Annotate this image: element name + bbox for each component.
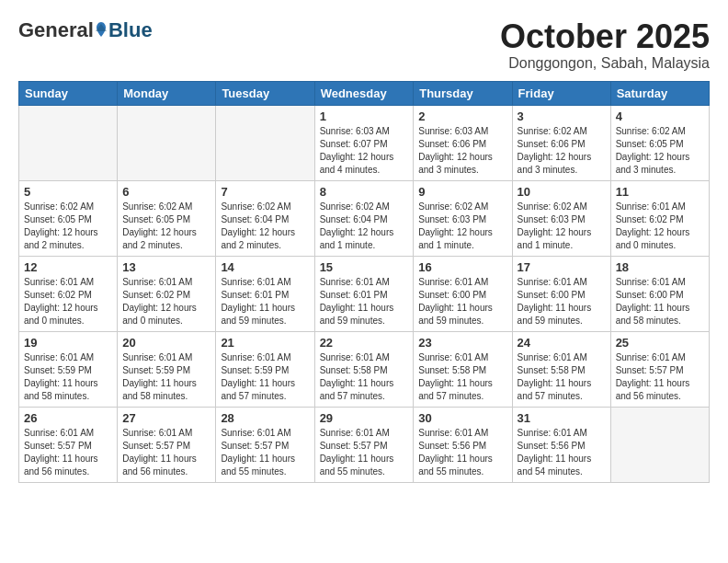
calendar-cell	[118, 105, 216, 180]
title-block: October 2025 Donggongon, Sabah, Malaysia	[500, 18, 710, 72]
calendar-cell: 26Sunrise: 6:01 AM Sunset: 5:57 PM Dayli…	[19, 407, 118, 482]
day-number: 21	[221, 336, 309, 350]
calendar-cell: 10Sunrise: 6:02 AM Sunset: 6:03 PM Dayli…	[512, 180, 610, 256]
day-info: Sunrise: 6:02 AM Sunset: 6:06 PM Dayligh…	[518, 125, 606, 177]
day-number: 12	[24, 260, 112, 274]
calendar-cell: 14Sunrise: 6:01 AM Sunset: 6:01 PM Dayli…	[216, 256, 314, 331]
day-info: Sunrise: 6:01 AM Sunset: 6:00 PM Dayligh…	[518, 276, 606, 327]
weekday-header-friday: Friday	[512, 81, 610, 105]
day-number: 20	[122, 336, 210, 350]
day-number: 2	[418, 109, 506, 123]
day-info: Sunrise: 6:01 AM Sunset: 5:57 PM Dayligh…	[616, 351, 704, 403]
day-info: Sunrise: 6:01 AM Sunset: 5:58 PM Dayligh…	[418, 351, 506, 403]
calendar-cell: 17Sunrise: 6:01 AM Sunset: 6:00 PM Dayli…	[512, 256, 610, 331]
day-number: 18	[616, 260, 704, 274]
day-info: Sunrise: 6:02 AM Sunset: 6:05 PM Dayligh…	[24, 201, 112, 252]
calendar-cell: 13Sunrise: 6:01 AM Sunset: 6:02 PM Dayli…	[118, 256, 216, 331]
calendar-cell: 29Sunrise: 6:01 AM Sunset: 5:57 PM Dayli…	[314, 407, 414, 482]
day-info: Sunrise: 6:02 AM Sunset: 6:05 PM Dayligh…	[122, 201, 210, 252]
logo: General Blue	[18, 18, 153, 42]
day-number: 4	[616, 109, 704, 123]
calendar-cell	[610, 407, 709, 482]
calendar-cell: 19Sunrise: 6:01 AM Sunset: 5:59 PM Dayli…	[19, 331, 118, 407]
day-number: 14	[221, 260, 309, 274]
calendar-cell: 25Sunrise: 6:01 AM Sunset: 5:57 PM Dayli…	[610, 331, 709, 407]
calendar-cell: 4Sunrise: 6:02 AM Sunset: 6:05 PM Daylig…	[610, 105, 709, 180]
day-info: Sunrise: 6:01 AM Sunset: 5:57 PM Dayligh…	[221, 427, 309, 478]
day-info: Sunrise: 6:01 AM Sunset: 6:02 PM Dayligh…	[24, 276, 112, 327]
day-number: 23	[418, 336, 506, 350]
day-info: Sunrise: 6:01 AM Sunset: 5:57 PM Dayligh…	[320, 427, 409, 478]
month-title: October 2025	[500, 18, 710, 55]
day-info: Sunrise: 6:02 AM Sunset: 6:04 PM Dayligh…	[320, 201, 409, 252]
day-number: 25	[616, 336, 704, 350]
calendar-cell: 7Sunrise: 6:02 AM Sunset: 6:04 PM Daylig…	[216, 180, 314, 256]
day-info: Sunrise: 6:01 AM Sunset: 5:59 PM Dayligh…	[122, 351, 210, 403]
day-number: 3	[518, 109, 606, 123]
page-header: General Blue October 2025 Donggongon, Sa…	[18, 18, 710, 72]
day-number: 11	[616, 185, 704, 199]
day-info: Sunrise: 6:01 AM Sunset: 6:02 PM Dayligh…	[616, 201, 704, 252]
day-number: 27	[122, 411, 210, 425]
day-number: 16	[418, 260, 506, 274]
calendar-cell: 21Sunrise: 6:01 AM Sunset: 5:59 PM Dayli…	[216, 331, 314, 407]
calendar-cell: 2Sunrise: 6:03 AM Sunset: 6:06 PM Daylig…	[414, 105, 512, 180]
day-info: Sunrise: 6:01 AM Sunset: 5:58 PM Dayligh…	[320, 351, 409, 403]
day-info: Sunrise: 6:01 AM Sunset: 5:57 PM Dayligh…	[122, 427, 210, 478]
day-number: 30	[418, 411, 506, 425]
day-number: 26	[24, 411, 112, 425]
day-number: 28	[221, 411, 309, 425]
day-info: Sunrise: 6:03 AM Sunset: 6:06 PM Dayligh…	[418, 125, 506, 177]
day-number: 10	[518, 185, 606, 199]
week-row-5: 26Sunrise: 6:01 AM Sunset: 5:57 PM Dayli…	[19, 407, 710, 482]
calendar-cell: 18Sunrise: 6:01 AM Sunset: 6:00 PM Dayli…	[610, 256, 709, 331]
day-number: 1	[320, 109, 409, 123]
day-number: 13	[122, 260, 210, 274]
day-number: 5	[24, 185, 112, 199]
day-info: Sunrise: 6:01 AM Sunset: 5:57 PM Dayligh…	[24, 427, 112, 478]
weekday-header-row: SundayMondayTuesdayWednesdayThursdayFrid…	[19, 81, 710, 105]
calendar-cell: 8Sunrise: 6:02 AM Sunset: 6:04 PM Daylig…	[314, 180, 414, 256]
weekday-header-tuesday: Tuesday	[216, 81, 314, 105]
day-info: Sunrise: 6:02 AM Sunset: 6:04 PM Dayligh…	[221, 201, 309, 252]
calendar-cell: 15Sunrise: 6:01 AM Sunset: 6:01 PM Dayli…	[314, 256, 414, 331]
calendar-cell: 28Sunrise: 6:01 AM Sunset: 5:57 PM Dayli…	[216, 407, 314, 482]
day-info: Sunrise: 6:02 AM Sunset: 6:03 PM Dayligh…	[418, 201, 506, 252]
day-number: 31	[518, 411, 606, 425]
calendar-cell: 1Sunrise: 6:03 AM Sunset: 6:07 PM Daylig…	[314, 105, 414, 180]
logo-icon	[95, 22, 108, 39]
day-info: Sunrise: 6:01 AM Sunset: 5:56 PM Dayligh…	[418, 427, 506, 478]
location: Donggongon, Sabah, Malaysia	[500, 55, 710, 72]
day-info: Sunrise: 6:03 AM Sunset: 6:07 PM Dayligh…	[320, 125, 409, 177]
calendar-cell: 11Sunrise: 6:01 AM Sunset: 6:02 PM Dayli…	[610, 180, 709, 256]
day-info: Sunrise: 6:01 AM Sunset: 6:00 PM Dayligh…	[418, 276, 506, 327]
weekday-header-saturday: Saturday	[610, 81, 709, 105]
day-info: Sunrise: 6:01 AM Sunset: 6:01 PM Dayligh…	[221, 276, 309, 327]
day-number: 24	[518, 336, 606, 350]
day-info: Sunrise: 6:01 AM Sunset: 5:56 PM Dayligh…	[518, 427, 606, 478]
calendar-cell: 31Sunrise: 6:01 AM Sunset: 5:56 PM Dayli…	[512, 407, 610, 482]
calendar-cell: 27Sunrise: 6:01 AM Sunset: 5:57 PM Dayli…	[118, 407, 216, 482]
day-number: 19	[24, 336, 112, 350]
weekday-header-thursday: Thursday	[414, 81, 512, 105]
day-number: 15	[320, 260, 409, 274]
day-number: 6	[122, 185, 210, 199]
day-info: Sunrise: 6:01 AM Sunset: 6:01 PM Dayligh…	[320, 276, 409, 327]
day-info: Sunrise: 6:01 AM Sunset: 5:58 PM Dayligh…	[518, 351, 606, 403]
week-row-3: 12Sunrise: 6:01 AM Sunset: 6:02 PM Dayli…	[19, 256, 710, 331]
week-row-1: 1Sunrise: 6:03 AM Sunset: 6:07 PM Daylig…	[19, 105, 710, 180]
day-number: 17	[518, 260, 606, 274]
weekday-header-monday: Monday	[118, 81, 216, 105]
calendar-cell	[19, 105, 118, 180]
day-info: Sunrise: 6:01 AM Sunset: 6:02 PM Dayligh…	[122, 276, 210, 327]
calendar-cell: 3Sunrise: 6:02 AM Sunset: 6:06 PM Daylig…	[512, 105, 610, 180]
calendar-cell	[216, 105, 314, 180]
day-info: Sunrise: 6:01 AM Sunset: 6:00 PM Dayligh…	[616, 276, 704, 327]
day-number: 8	[320, 185, 409, 199]
week-row-4: 19Sunrise: 6:01 AM Sunset: 5:59 PM Dayli…	[19, 331, 710, 407]
day-info: Sunrise: 6:01 AM Sunset: 5:59 PM Dayligh…	[24, 351, 112, 403]
weekday-header-wednesday: Wednesday	[314, 81, 414, 105]
calendar-cell: 22Sunrise: 6:01 AM Sunset: 5:58 PM Dayli…	[314, 331, 414, 407]
weekday-header-sunday: Sunday	[19, 81, 118, 105]
calendar-cell: 24Sunrise: 6:01 AM Sunset: 5:58 PM Dayli…	[512, 331, 610, 407]
